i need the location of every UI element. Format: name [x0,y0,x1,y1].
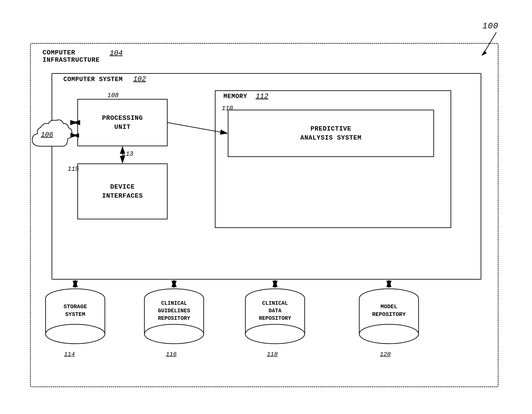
svg-point-29 [144,324,204,344]
predictive-analysis-label: PREDICTIVE ANALYSIS SYSTEM [300,124,361,142]
computer-system-ref: 102 [133,75,146,83]
processing-unit-box: PROCESSING UNIT [77,99,168,146]
storage-system-label: STORAGE SYSTEM [45,303,106,318]
clinical-guidelines-label: CLINICAL GUIDELINES REPOSITORY [143,300,205,322]
device-interfaces-box: DEVICE INTERFACES [77,163,168,219]
clinical-guidelines-ref: 116 [166,351,177,358]
svg-point-24 [46,324,105,344]
svg-point-39 [359,324,418,344]
storage-ref: 114 [64,351,75,358]
model-repository-label: MODEL REPOSITORY [358,303,419,318]
ref-115: 115 [68,166,79,173]
ref-113: 113 [122,150,133,158]
computer-infrastructure-label: COMPUTER INFRASTRUCTURE [43,49,100,64]
svg-point-34 [245,324,305,344]
clinical-data-cylinder: CLINICAL DATA REPOSITORY [245,288,305,349]
cloud-ref: 106 [41,131,53,139]
clinical-data-label: CLINICAL DATA REPOSITORY [245,300,305,322]
clinical-data-ref: 118 [267,351,278,358]
diagram-container: 100 COMPUTER INFRASTRUCTURE 104 COMPUTER… [17,17,511,396]
model-repository-cylinder: MODEL REPOSITORY [358,288,419,349]
clinical-guidelines-cylinder: CLINICAL GUIDELINES REPOSITORY [143,288,205,349]
memory-ref: 112 [256,92,268,100]
computer-system-label: COMPUTER SYSTEM [63,76,123,83]
ref-108: 108 [107,92,119,99]
ref-110: 110 [222,105,233,112]
processing-unit-label: PROCESSING UNIT [102,114,143,132]
device-interfaces-label: DEVICE INTERFACES [102,182,143,200]
memory-label: MEMORY [223,93,247,100]
infrastructure-ref: 104 [110,49,123,57]
figure-number: 100 [483,21,498,31]
predictive-analysis-box: PREDICTIVE ANALYSIS SYSTEM [228,110,434,157]
storage-system-cylinder: STORAGE SYSTEM [45,288,106,349]
model-repository-ref: 120 [380,351,391,358]
